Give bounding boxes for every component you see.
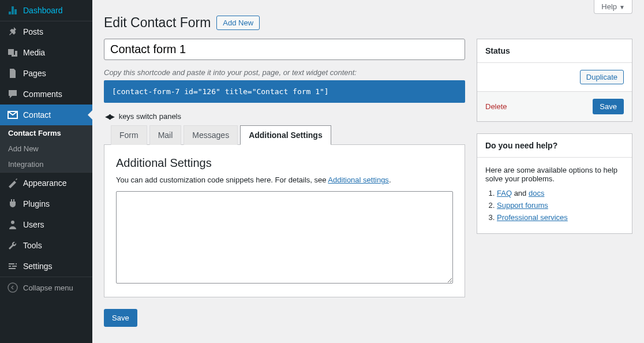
sidebar-item-appearance[interactable]: Appearance	[0, 173, 92, 193]
panel-heading: Additional Settings	[116, 156, 453, 170]
sidebar-item-contact[interactable]: Contact	[0, 105, 92, 125]
sidebar-item-label: Appearance	[23, 178, 67, 188]
sidebar-item-label: Pages	[23, 69, 46, 78]
professional-services-link[interactable]: Professional services	[497, 213, 568, 222]
faq-link[interactable]: FAQ	[497, 189, 512, 197]
panel-description: You can add customization code snippets …	[116, 176, 453, 184]
status-heading: Status	[485, 46, 624, 55]
svg-point-1	[8, 283, 17, 292]
submenu-add-new[interactable]: Add New	[0, 141, 92, 156]
appearance-icon	[7, 177, 18, 189]
pages-icon	[7, 68, 18, 79]
tab-form[interactable]: Form	[111, 125, 147, 145]
settings-icon	[7, 260, 18, 272]
shortcode-box[interactable]: [contact-form-7 id="126" title="Contact …	[104, 80, 465, 103]
panel-tabs: Form Mail Messages Additional Settings	[111, 125, 465, 145]
media-icon	[7, 47, 18, 58]
collapse-menu[interactable]: Collapse menu	[0, 277, 92, 298]
sidebar-item-plugins[interactable]: Plugins	[0, 193, 92, 214]
comments-icon	[7, 88, 18, 100]
tab-additional-settings[interactable]: Additional Settings	[240, 125, 331, 145]
sidebar-item-tools[interactable]: Tools	[0, 235, 92, 256]
duplicate-button[interactable]: Duplicate	[580, 70, 624, 84]
support-forums-link[interactable]: Support forums	[497, 201, 548, 210]
submenu-integration[interactable]: Integration	[0, 156, 92, 172]
save-button[interactable]: Save	[104, 309, 137, 327]
main-content: Help▼ Edit Contact Form Add New Copy thi…	[92, 0, 644, 343]
add-new-button[interactable]: Add New	[216, 16, 260, 30]
users-icon	[7, 219, 18, 230]
tools-icon	[7, 240, 18, 251]
sidebar-item-label: Tools	[23, 241, 42, 250]
sidebar-item-settings[interactable]: Settings	[0, 256, 92, 277]
page-title: Edit Contact Form	[104, 15, 211, 31]
sidebar-item-label: Posts	[23, 27, 43, 36]
collapse-icon	[7, 282, 18, 293]
tab-mail[interactable]: Mail	[149, 125, 182, 145]
sidebar-submenu: Contact Forms Add New Integration	[0, 125, 92, 172]
sidebar-item-posts[interactable]: Posts	[0, 21, 92, 42]
side-save-button[interactable]: Save	[593, 99, 624, 114]
sidebar-item-users[interactable]: Users	[0, 214, 92, 235]
form-title-input[interactable]	[104, 39, 465, 60]
additional-settings-link[interactable]: Additional settings	[328, 176, 389, 184]
plugins-icon	[7, 198, 18, 210]
svg-point-0	[11, 221, 14, 224]
dashboard-icon	[7, 5, 18, 16]
sidebar-item-pages[interactable]: Pages	[0, 63, 92, 84]
collapse-label: Collapse menu	[23, 284, 73, 292]
status-postbox: Status Duplicate Delete Save	[477, 39, 632, 122]
sidebar-item-label: Plugins	[23, 199, 50, 208]
admin-sidebar: Dashboard Posts Media Pages Comments Con…	[0, 0, 92, 343]
help-list: FAQ and docs Support forums Professional…	[497, 189, 624, 222]
sidebar-item-dashboard[interactable]: Dashboard	[0, 0, 92, 21]
sidebar-item-label: Dashboard	[23, 6, 63, 15]
sidebar-item-comments[interactable]: Comments	[0, 84, 92, 105]
help-postbox: Do you need help? Here are some availabl…	[477, 133, 632, 234]
additional-settings-textarea[interactable]	[116, 191, 453, 284]
submenu-contact-forms[interactable]: Contact Forms	[0, 125, 92, 141]
tab-messages[interactable]: Messages	[184, 125, 238, 145]
chevron-down-icon: ▼	[619, 4, 625, 10]
help-intro: Here are some available options to help …	[485, 166, 624, 183]
pin-icon	[7, 26, 18, 38]
sidebar-item-label: Users	[23, 220, 44, 229]
sidebar-item-label: Media	[23, 48, 45, 57]
help-item-forums: Support forums	[497, 201, 624, 210]
docs-link[interactable]: docs	[529, 189, 544, 197]
help-item-pro: Professional services	[497, 213, 624, 222]
help-heading: Do you need help?	[485, 141, 624, 150]
sidebar-item-label: Contact	[23, 110, 51, 120]
additional-settings-panel: Additional Settings You can add customiz…	[104, 144, 465, 297]
help-tab[interactable]: Help▼	[594, 0, 632, 14]
sidebar-item-media[interactable]: Media	[0, 42, 92, 63]
mail-icon	[7, 109, 18, 121]
keys-switch-hint: ◀▶ keys switch panels	[105, 112, 465, 121]
sidebar-item-label: Comments	[23, 90, 62, 99]
help-item-faq: FAQ and docs	[497, 189, 624, 197]
shortcode-hint: Copy this shortcode and paste it into yo…	[104, 68, 465, 77]
delete-link[interactable]: Delete	[485, 102, 507, 111]
sidebar-item-label: Settings	[23, 262, 53, 271]
arrows-icon: ◀▶	[105, 112, 113, 121]
